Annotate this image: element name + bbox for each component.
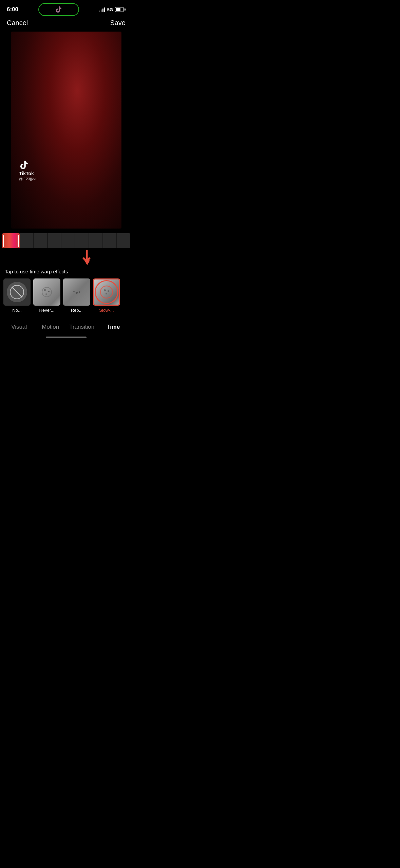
timeline-red-segment[interactable] <box>2 233 20 248</box>
slow-circle-selected <box>95 280 118 304</box>
effect-label-no: No... <box>12 308 21 313</box>
signal-bar-1 <box>99 11 100 12</box>
svg-point-8 <box>76 292 78 294</box>
dynamic-island <box>38 3 79 16</box>
svg-point-5 <box>44 289 46 291</box>
battery-tip <box>125 8 126 11</box>
effects-grid: No... Rever... <box>3 278 129 315</box>
timeline-seg-8 <box>117 233 130 248</box>
timeline-handle-right[interactable] <box>18 235 19 247</box>
tiktok-note-icon <box>19 160 29 170</box>
thumb-image-repeat <box>63 278 90 306</box>
signal-bar-2 <box>101 10 102 12</box>
status-bar: 6:00 5G <box>0 0 132 17</box>
battery-indicator <box>115 7 126 12</box>
tab-transition-label: Transition <box>69 324 94 330</box>
timeline-container <box>0 229 132 248</box>
signal-bar-3 <box>102 8 103 12</box>
signal-bars <box>99 7 105 12</box>
timeline-seg-5 <box>75 233 89 248</box>
no-effect-icon <box>7 282 27 302</box>
arrow-container <box>0 248 132 269</box>
repeat-icon <box>70 285 83 299</box>
network-label: 5G <box>107 7 113 12</box>
svg-point-7 <box>45 293 47 295</box>
tab-visual[interactable]: Visual <box>3 324 35 330</box>
tab-transition[interactable]: Transition <box>66 324 98 330</box>
home-indicator <box>0 333 132 340</box>
effect-thumbnail-slow[interactable] <box>93 278 120 306</box>
effect-repeat[interactable]: Rep... <box>63 278 90 313</box>
svg-point-4 <box>42 287 52 297</box>
save-button[interactable]: Save <box>110 19 126 27</box>
svg-point-10 <box>79 291 80 293</box>
timeline-track[interactable] <box>2 233 130 248</box>
thumb-image-reverse <box>33 278 60 306</box>
effect-label-repeat: Rep... <box>71 308 83 313</box>
timeline-seg-7 <box>103 233 116 248</box>
svg-point-9 <box>73 291 75 292</box>
tiktok-watermark: TikTok @ 123jjkku <box>19 160 38 181</box>
tab-motion-label: Motion <box>42 324 59 330</box>
battery-body <box>115 7 124 12</box>
status-time: 6:00 <box>7 6 18 13</box>
signal-bar-4 <box>104 7 105 12</box>
ban-icon <box>9 284 25 300</box>
video-preview: TikTok @ 123jjkku <box>11 32 121 229</box>
timeline-handle-left[interactable] <box>3 235 4 247</box>
bottom-tabs: Visual Motion Transition Time <box>0 318 132 333</box>
timeline-seg-2 <box>34 233 47 248</box>
timeline-seg-3 <box>48 233 61 248</box>
timeline-seg-6 <box>89 233 102 248</box>
svg-marker-1 <box>84 260 90 265</box>
cancel-button[interactable]: Cancel <box>7 19 28 27</box>
effects-hint: Tap to use time warp effects <box>3 269 129 274</box>
tab-motion[interactable]: Motion <box>35 324 66 330</box>
timeline-seg-1 <box>20 233 33 248</box>
status-right: 5G <box>99 7 126 12</box>
tiktok-logo-icon <box>55 6 62 13</box>
timeline-seg-4 <box>61 233 75 248</box>
effect-no[interactable]: No... <box>3 278 31 313</box>
svg-point-6 <box>48 291 50 292</box>
tiktok-brand: TikTok <box>19 171 34 176</box>
effect-reverse[interactable]: Rever... <box>33 278 60 313</box>
timeline-dark-segments <box>20 233 130 248</box>
effect-label-reverse: Rever... <box>39 308 55 313</box>
status-center <box>38 3 79 16</box>
tab-time-label: Time <box>107 324 120 330</box>
effect-thumbnail-repeat[interactable] <box>63 278 90 306</box>
tiktok-user: @ 123jjkku <box>19 177 38 181</box>
battery-fill <box>116 8 120 11</box>
down-arrow-icon <box>81 248 93 269</box>
tab-visual-label: Visual <box>11 324 27 330</box>
home-bar <box>46 337 87 338</box>
effect-thumbnail-no[interactable] <box>3 278 31 306</box>
effects-panel: Tap to use time warp effects No... <box>0 269 132 315</box>
effect-thumbnail-reverse[interactable] <box>33 278 60 306</box>
editor-header: Cancel Save <box>0 17 132 32</box>
effect-slow[interactable]: Slow-... <box>93 278 120 313</box>
tab-time[interactable]: Time <box>98 324 129 330</box>
effect-label-slow: Slow-... <box>99 308 114 313</box>
reverse-icon <box>40 285 54 299</box>
